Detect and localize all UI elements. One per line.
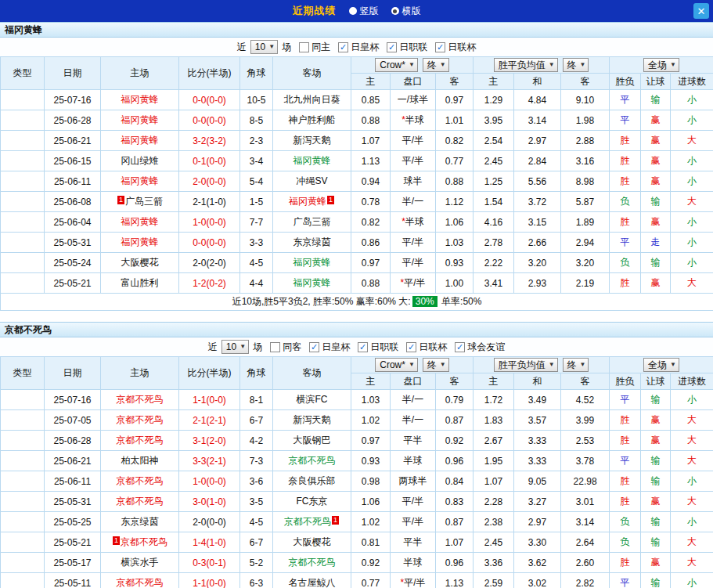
- match-row: 日职联25-06-28京都不死鸟3-1(2-0)4-2大阪钢巴0.97平半0.9…: [1, 431, 713, 451]
- final-odds-select[interactable]: 终▼: [423, 358, 449, 372]
- league-checkbox-label: 日皇杯: [351, 41, 379, 54]
- checked-checkbox-icon: ✓: [358, 342, 368, 352]
- league-checkbox[interactable]: ✓日联杯: [406, 341, 447, 354]
- result-cell: 胜: [610, 151, 641, 171]
- layout-radio-option[interactable]: 竖版: [349, 5, 379, 18]
- radio-label: 横版: [402, 5, 421, 18]
- handicap-cell: 平/半: [391, 512, 436, 532]
- checked-checkbox-icon: ✓: [435, 42, 445, 52]
- same-venue-checkbox[interactable]: 同主: [299, 41, 330, 54]
- home-team-cell: 京都不死鸟: [101, 410, 179, 431]
- away-team-cell: 京都不死鸟1: [273, 512, 351, 532]
- avg-away-cell: 3.01: [561, 492, 610, 512]
- layout-radio-selected[interactable]: 横版: [391, 5, 421, 18]
- home-team-name: 京都不死鸟: [117, 496, 164, 507]
- avg-home-cell: 1.95: [474, 451, 514, 471]
- avg-home-cell: 1.72: [474, 390, 514, 410]
- same-venue-checkbox-label: 同客: [283, 341, 301, 354]
- league-checkbox[interactable]: ✓日皇杯: [309, 341, 350, 354]
- final-avg-select[interactable]: 终▼: [563, 58, 589, 72]
- handicap-result-cell: 走: [641, 233, 671, 253]
- score-cell: 1-2(0-2): [179, 273, 240, 294]
- match-type-cell: 日联杯: [1, 192, 45, 212]
- col-header-avg-draw: 和: [514, 74, 561, 90]
- away-team-name: 福冈黄蜂: [289, 196, 326, 207]
- checked-checkbox-icon: ✓: [455, 342, 465, 352]
- same-venue-checkbox[interactable]: 同客: [270, 341, 301, 354]
- home-team-name: 柏太阳神: [121, 455, 159, 466]
- away-team-name: 北九州向日葵: [284, 94, 340, 105]
- handicap-result-cell: 赢: [641, 212, 671, 233]
- avg-draw-cell: 3.57: [514, 410, 561, 431]
- avg-home-cell: 3.36: [474, 553, 514, 573]
- date-cell: 25-06-08: [45, 192, 101, 212]
- final-odds-select[interactable]: 终▼: [423, 58, 449, 72]
- col-header-corner: 角球: [240, 357, 273, 390]
- scope-filter-cell: 全场▼: [610, 57, 713, 74]
- result-cell: 胜: [610, 171, 641, 192]
- score-cell: 2-1(2-1): [179, 410, 240, 431]
- score-cell: 0-0(0-0): [179, 233, 240, 253]
- corners-cell: 4-4: [240, 273, 273, 294]
- odds-source-select[interactable]: Crow*▼: [375, 358, 418, 372]
- handicap-cell: 平/半: [391, 492, 436, 512]
- scope-select[interactable]: 全场▼: [643, 358, 679, 372]
- col-header-corner: 角球: [240, 57, 273, 90]
- home-team-cell: 京都不死鸟: [101, 573, 179, 588]
- scope-select[interactable]: 全场▼: [643, 58, 679, 72]
- away-team-name: 京都不死鸟: [289, 455, 336, 466]
- league-checkbox[interactable]: ✓日职联: [358, 341, 398, 354]
- close-icon[interactable]: ✕: [693, 3, 709, 19]
- avg-type-select[interactable]: 胜平负均值▼: [494, 358, 558, 372]
- odds-source-select[interactable]: Crow*▼: [375, 58, 418, 72]
- away-team-cell: 新泻天鹅: [273, 410, 351, 431]
- away-odds-cell: 0.83: [436, 492, 474, 512]
- avg-type-select-value: 胜平负均值: [499, 359, 546, 371]
- away-team-name: 冲绳SV: [296, 175, 327, 186]
- handicap-result-cell: 输: [641, 471, 671, 492]
- match-count-select[interactable]: 10▼: [221, 340, 249, 354]
- radio-label: 竖版: [360, 5, 379, 18]
- avg-draw-cell: 3.14: [514, 110, 561, 131]
- handicap-result-cell: 输: [641, 253, 671, 273]
- home-odds-cell: 1.07: [351, 131, 391, 151]
- handicap-cell: *半球: [391, 212, 436, 233]
- avg-type-select[interactable]: 胜平负均值▼: [494, 58, 558, 72]
- away-odds-cell: 0.96: [436, 553, 474, 573]
- result-cell: 胜: [610, 471, 641, 492]
- home-team-cell: 1广岛三箭: [101, 192, 179, 212]
- match-count-select[interactable]: 10▼: [250, 40, 278, 54]
- avg-draw-cell: 2.84: [514, 151, 561, 171]
- handicap-result-cell: 赢: [641, 492, 671, 512]
- away-team-name: 新泻天鹅: [293, 135, 331, 146]
- goals-cell: 大: [671, 410, 713, 431]
- match-type-cell: 日联杯: [1, 532, 45, 553]
- league-checkbox[interactable]: ✓球会友谊: [455, 341, 505, 354]
- home-team-name: 京都不死鸟: [117, 435, 164, 446]
- avg-home-cell: 1.83: [474, 410, 514, 431]
- home-team-name: 福冈黄蜂: [121, 94, 159, 105]
- date-cell: 25-05-21: [45, 273, 101, 294]
- final-avg-select[interactable]: 终▼: [563, 358, 589, 372]
- avg-home-cell: 4.16: [474, 212, 514, 233]
- league-checkbox[interactable]: ✓日联杯: [435, 41, 476, 54]
- away-team-cell: 福冈黄蜂: [273, 273, 351, 294]
- col-header-avg-draw: 和: [514, 373, 561, 390]
- score-cell: 3-2(3-2): [179, 131, 240, 151]
- result-cell: 胜: [610, 410, 641, 431]
- handicap-star: *: [402, 216, 405, 227]
- avg-away-cell: 5.87: [561, 192, 610, 212]
- checked-checkbox-icon: ✓: [338, 42, 348, 52]
- red-card-badge: 1: [117, 196, 124, 204]
- league-checkbox[interactable]: ✓日职联: [387, 41, 427, 54]
- dropdown-arrow-icon: ▼: [670, 59, 676, 71]
- league-checkbox[interactable]: ✓日皇杯: [338, 41, 379, 54]
- over-rate-badge: 30%: [412, 296, 438, 307]
- handicap-result-cell: 赢: [641, 273, 671, 294]
- corners-cell: 8-1: [240, 390, 273, 410]
- handicap-cell: *平/半: [391, 573, 436, 588]
- handicap-result-cell: 赢: [641, 131, 671, 151]
- radio-icon: [391, 7, 399, 15]
- unchecked-checkbox-icon: [299, 42, 309, 52]
- home-odds-cell: 1.03: [351, 390, 391, 410]
